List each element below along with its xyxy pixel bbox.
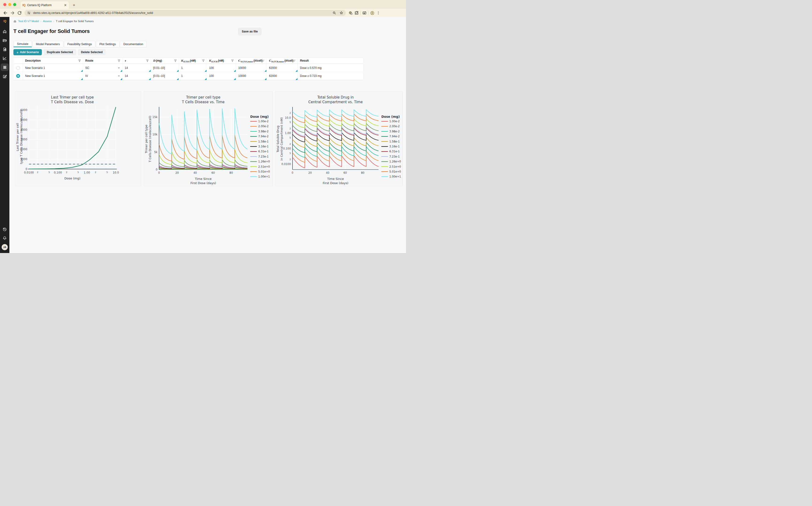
tau-cell[interactable]: 14 (122, 72, 151, 80)
breadcrumb-link-assess[interactable]: Assess (43, 20, 52, 22)
header-route: Route (83, 58, 122, 64)
legend-item[interactable]: 2.51e+0 (381, 165, 401, 168)
filter-icon[interactable] (146, 60, 149, 62)
breadcrumb-home-icon[interactable] (13, 20, 16, 23)
filter-icon[interactable] (174, 60, 177, 62)
legend-item[interactable]: 7.23e-1 (250, 155, 269, 158)
close-tab-icon[interactable]: ✕ (64, 3, 67, 7)
scenario-radio-selected[interactable] (16, 74, 20, 78)
legend-label: 7.23e-1 (258, 155, 269, 158)
sidebar-item-assess-active[interactable] (1, 64, 9, 71)
description-cell[interactable]: New Scenario 1 (23, 64, 83, 72)
x-tick-label: 0 (292, 171, 293, 174)
menu-kebab-icon[interactable] (376, 11, 380, 15)
legend-item[interactable]: 7.94e-2 (250, 135, 269, 138)
legend-item[interactable]: 2.51e+0 (250, 165, 270, 168)
tab-feasibility-settings[interactable]: Feasibility Settings (64, 41, 95, 47)
filter-icon[interactable] (78, 60, 81, 62)
chevron-down-icon[interactable] (118, 68, 120, 69)
tab-search-icon[interactable] (362, 11, 367, 15)
header-tau: τ (122, 58, 151, 64)
extensions-puzzle-icon[interactable] (354, 11, 359, 15)
forward-button[interactable] (9, 10, 15, 16)
legend-item[interactable]: 1.26e+0 (250, 160, 270, 163)
delete-selected-button[interactable]: Delete Selected (78, 49, 106, 55)
legend-item[interactable]: 1.26e+0 (381, 160, 401, 163)
legend-item[interactable]: 5.01e+0 (381, 170, 401, 173)
dose-cell[interactable]: [0.01–10] (151, 72, 179, 80)
legend-item[interactable]: 1.58e-1 (381, 140, 400, 143)
new-tab-button[interactable]: + (71, 2, 77, 8)
sidebar-item-notifications[interactable] (1, 234, 9, 242)
sidebar-item-projects[interactable] (1, 37, 9, 44)
browser-tab[interactable]: IQ Certara IQ Platform ✕ (21, 1, 69, 9)
css-tcr-cell[interactable]: 62000 (267, 72, 298, 80)
legend-item[interactable]: 1.00e+1 (250, 175, 270, 178)
reload-button[interactable] (16, 10, 22, 16)
y-tick-label: 1.00 (285, 132, 291, 135)
legend-label: 7.94e-2 (389, 135, 400, 138)
filter-icon[interactable] (202, 60, 205, 62)
legend-item[interactable]: 1.00e-2 (250, 120, 269, 123)
legend-item[interactable]: 3.16e-1 (250, 145, 269, 148)
legend-item[interactable]: 3.98e-2 (381, 130, 400, 133)
filter-icon[interactable] (118, 60, 120, 62)
close-window-button[interactable] (3, 3, 6, 6)
legend-item[interactable]: 1.00e+1 (381, 175, 401, 178)
route-cell[interactable]: IV (83, 72, 122, 80)
legend-item[interactable]: 6.31e-1 (381, 150, 400, 153)
css-tcr-cell[interactable]: 62000 (267, 64, 298, 72)
user-avatar[interactable]: JA (2, 244, 8, 250)
breadcrumb-link-model[interactable]: Test IO V7 Model (18, 20, 39, 22)
profile-icon[interactable] (370, 11, 375, 15)
add-scenario-button[interactable]: +Add Scenario (13, 49, 42, 55)
save-as-file-button[interactable]: Save as file (238, 28, 261, 35)
zoom-icon[interactable] (332, 11, 336, 15)
legend-item[interactable]: 7.94e-2 (381, 135, 400, 138)
fullscreen-window-button[interactable] (13, 3, 16, 6)
dose-cell[interactable]: [0.01–10] (151, 64, 179, 72)
chart-title: Last Trimer per cell type (51, 95, 94, 99)
legend-item[interactable]: 1.00e-2 (381, 120, 400, 123)
sidebar-item-ai-documents[interactable]: AI (1, 46, 9, 53)
filter-icon[interactable] (231, 60, 234, 62)
tau-cell[interactable]: 14 (122, 64, 151, 72)
legend-item[interactable]: 2.00e-2 (250, 124, 269, 128)
css-taa-cell[interactable]: 10000 (236, 64, 267, 72)
y-tick-label: 0 (156, 168, 158, 171)
sidebar-item-home[interactable] (1, 28, 9, 35)
sidebar-item-analytics[interactable] (1, 55, 9, 62)
filter-icon[interactable] (293, 60, 296, 62)
tab-model-parameters[interactable]: Model Parameters (32, 41, 64, 47)
kd-tcr-cell[interactable]: 100 (207, 64, 236, 72)
description-cell[interactable]: New Scenario 1 (23, 72, 83, 80)
tab-plot-settings[interactable]: Plot Settings (96, 41, 119, 47)
legend-item[interactable]: 1.58e-1 (250, 140, 269, 143)
back-button[interactable] (2, 10, 8, 16)
sidebar-item-compose[interactable] (1, 72, 9, 80)
kd-tcr-cell[interactable]: 100 (207, 72, 236, 80)
extension-globe-icon[interactable] (348, 11, 353, 15)
duplicate-selected-button[interactable]: Duplicate Selected (44, 49, 76, 55)
url-bar[interactable]: demo.sites.iq.certara.ai/#/project/1a46a… (24, 10, 346, 16)
legend-item[interactable]: 7.23e-1 (381, 155, 400, 158)
legend-item[interactable]: 2.00e-2 (381, 124, 400, 128)
legend-item[interactable]: 5.01e+0 (250, 170, 270, 173)
editable-corner (234, 70, 236, 72)
kd-taa-cell[interactable]: 1 (179, 64, 207, 72)
bookmark-star-icon[interactable] (339, 11, 343, 15)
chevron-down-icon[interactable] (118, 76, 120, 77)
tab-simulate[interactable]: Simulate (13, 41, 32, 47)
chart-card-dose-response: 01000200030004000500060000.01000.1001.00… (15, 91, 141, 186)
legend-item[interactable]: 3.16e-1 (381, 145, 400, 148)
route-cell[interactable]: SC (83, 64, 122, 72)
sidebar-item-history[interactable] (1, 226, 9, 233)
legend-item[interactable]: 3.98e-2 (250, 130, 269, 133)
minimize-window-button[interactable] (8, 3, 11, 6)
kd-taa-cell[interactable]: 1 (179, 72, 207, 80)
tab-documentation[interactable]: Documentation (120, 41, 146, 47)
filter-icon[interactable] (263, 60, 265, 62)
scenario-radio[interactable] (16, 66, 20, 70)
css-taa-cell[interactable]: 10000 (236, 72, 267, 80)
legend-item[interactable]: 6.31e-1 (250, 150, 269, 153)
